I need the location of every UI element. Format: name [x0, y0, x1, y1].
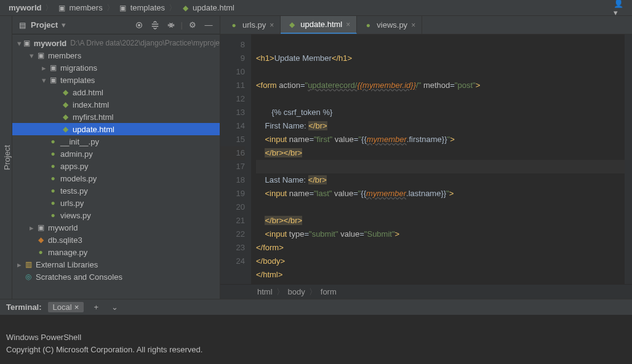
html-icon: ◆ [60, 88, 70, 97]
crumb-html[interactable]: html [257, 287, 273, 296]
panel-title[interactable]: Project [31, 20, 58, 30]
python-icon: ● [48, 137, 58, 146]
tree-file-tests[interactable]: ●tests.py [12, 184, 220, 197]
dropdown-icon[interactable]: ▾ [62, 20, 66, 30]
select-open-file-icon[interactable] [133, 19, 145, 31]
python-icon: ● [48, 186, 58, 195]
python-icon: ● [48, 199, 58, 207]
tree-file-init[interactable]: ●__init__.py [12, 135, 220, 148]
toolwindow-bar: Project Structure [0, 16, 12, 299]
html-icon: ◆ [60, 113, 70, 121]
add-terminal-icon[interactable]: + [90, 301, 102, 314]
html-icon: ◆ [60, 125, 70, 133]
library-icon: ▥ [23, 260, 33, 269]
folder-icon: ▣ [23, 39, 31, 47]
gear-icon[interactable]: ⚙ [186, 19, 199, 31]
tab-views[interactable]: ●views.py× [357, 16, 422, 34]
terminal-label: Terminal: [6, 303, 42, 312]
python-icon: ● [36, 248, 46, 256]
user-icon[interactable]: 👤▾ [614, 2, 626, 14]
tree-file-add[interactable]: ◆add.html [12, 86, 220, 98]
html-icon: ◆ [60, 100, 70, 109]
tree-file-myfirst[interactable]: ◆myfirst.html [12, 111, 220, 123]
terminal-panel: Terminal: Local × + ⌄ Windows PowerShell… [0, 299, 632, 364]
project-icon: ▤ [17, 21, 27, 30]
python-icon: ● [48, 149, 58, 158]
html-icon: ◆ [180, 4, 190, 12]
project-panel: ▤ Project ▾ | ⚙ — ▣myworldD:\A Drive dat… [12, 16, 220, 299]
breadcrumb-templates[interactable]: ▣ templates [116, 3, 167, 12]
tree-file-index[interactable]: ◆index.html [12, 98, 220, 111]
tree-migrations[interactable]: ▣migrations [12, 61, 220, 74]
dropdown-icon[interactable]: ⌄ [108, 301, 121, 314]
tree-file-views[interactable]: ●views.py [12, 209, 220, 221]
scratch-icon: ◎ [23, 272, 33, 281]
tree-file-manage[interactable]: ●manage.py [12, 246, 220, 258]
tree-file-db[interactable]: ◆db.sqlite3 [12, 234, 220, 246]
tree-file-update[interactable]: ◆update.html [12, 123, 220, 135]
close-icon[interactable]: × [411, 21, 415, 30]
code-content[interactable]: <h1>Update Member</h1> <form action="upd… [251, 34, 625, 284]
python-icon: ● [48, 211, 58, 220]
crumb-body[interactable]: body [288, 287, 305, 296]
tree-external-libs[interactable]: ▥External Libraries [12, 258, 220, 271]
tree-templates[interactable]: ▣templates [12, 74, 220, 86]
html-icon: ◆ [287, 20, 297, 29]
tab-urls[interactable]: ●urls.py× [223, 16, 281, 34]
svg-point-1 [138, 24, 140, 26]
code-editor[interactable]: 89101112131415161718192021222324 <h1>Upd… [220, 34, 632, 284]
python-icon: ● [48, 162, 58, 170]
database-icon: ◆ [36, 235, 46, 244]
tree-file-models[interactable]: ●models.py [12, 172, 220, 184]
folder-icon: ▣ [48, 76, 58, 84]
folder-icon: ▣ [118, 4, 128, 12]
folder-icon: ▣ [36, 51, 46, 60]
tree-file-admin[interactable]: ●admin.py [12, 148, 220, 160]
python-icon: ● [48, 174, 58, 183]
python-icon: ● [229, 21, 239, 30]
collapse-all-icon[interactable] [165, 19, 177, 31]
editor-tabs: ●urls.py× ◆update.html× ●views.py× [220, 16, 632, 34]
hide-panel-icon[interactable]: — [202, 19, 215, 31]
tree-file-apps[interactable]: ●apps.py [12, 160, 220, 172]
breadcrumb-bar: myworld 〉 ▣ members 〉 ▣ templates 〉 ◆ up… [0, 0, 632, 16]
tree-file-urls[interactable]: ●urls.py [12, 197, 220, 209]
close-icon[interactable]: × [346, 20, 350, 29]
tree-root[interactable]: ▣myworldD:\A Drive data\2022\django\Prac… [12, 37, 220, 49]
terminal-output[interactable]: Windows PowerShell Copyright (C) Microso… [0, 315, 632, 364]
editor-area: ●urls.py× ◆update.html× ●views.py× 89101… [220, 16, 632, 299]
code-breadcrumb: html〉 body〉 form [220, 284, 632, 299]
chevron-right-icon: 〉 [106, 2, 114, 14]
chevron-right-icon: 〉 [169, 2, 177, 14]
crumb-form[interactable]: form [321, 287, 337, 296]
close-icon[interactable]: × [74, 303, 79, 312]
breadcrumb-members[interactable]: ▣ members [54, 3, 105, 12]
python-icon: ● [363, 21, 373, 30]
tree-scratches[interactable]: ◎Scratches and Consoles [12, 271, 220, 283]
chevron-right-icon: 〉 [45, 2, 53, 14]
close-icon[interactable]: × [270, 21, 274, 30]
terminal-tab-local[interactable]: Local × [48, 302, 84, 312]
project-panel-header: ▤ Project ▾ | ⚙ — [12, 16, 220, 34]
folder-icon: ▣ [36, 223, 46, 232]
tab-project[interactable]: Project [2, 145, 12, 170]
folder-icon: ▣ [57, 4, 66, 12]
tree-members[interactable]: ▣members [12, 49, 220, 61]
error-stripe[interactable] [625, 34, 632, 284]
expand-all-icon[interactable] [149, 19, 161, 31]
breadcrumb-file[interactable]: ◆ update.html [178, 3, 237, 12]
breadcrumb-root[interactable]: myworld [6, 3, 44, 12]
project-tree[interactable]: ▣myworldD:\A Drive data\2022\django\Prac… [12, 34, 220, 299]
folder-icon: ▣ [48, 63, 58, 72]
tab-update[interactable]: ◆update.html× [281, 16, 357, 34]
tree-pkg-myworld[interactable]: ▣myworld [12, 221, 220, 234]
line-gutter: 89101112131415161718192021222324 [220, 34, 251, 284]
